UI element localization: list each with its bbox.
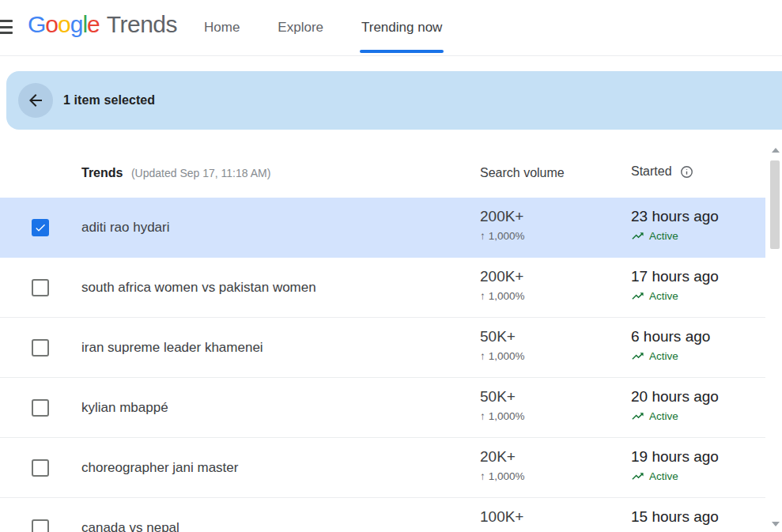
menu-icon[interactable]	[0, 20, 13, 38]
change-percent: 1,000%	[489, 230, 525, 242]
trend-status: Active	[631, 289, 719, 303]
google-trends-logo[interactable]: Google Trends	[28, 11, 177, 38]
table-row[interactable]: canada vs nepal 100K+ ↑ 15 hours ago	[0, 498, 765, 532]
back-arrow-icon	[26, 91, 45, 110]
row-checkbox[interactable]	[32, 219, 49, 236]
scroll-down-arrow-icon[interactable]	[772, 522, 780, 526]
updated-timestamp: (Updated Sep 17, 11:18 AM)	[131, 167, 270, 179]
trend-status: Active	[631, 229, 719, 243]
vertical-scrollbar[interactable]	[770, 145, 780, 532]
row-checkbox[interactable]	[32, 279, 49, 296]
search-volume-column-header[interactable]: Search volume	[480, 166, 565, 180]
started-cell: 20 hours ago Active	[631, 388, 719, 423]
search-volume-cell: 100K+ ↑	[480, 508, 523, 530]
arrow-up-icon: ↑	[480, 290, 485, 302]
search-volume-cell: 50K+ ↑ 1,000%	[480, 388, 525, 422]
search-volume-change: ↑ 1,000%	[480, 470, 525, 482]
arrow-up-icon: ↑	[480, 230, 485, 242]
search-volume-change: ↑ 1,000%	[480, 290, 525, 302]
search-volume-change: ↑ 1,000%	[480, 230, 525, 242]
active-tab-underline	[360, 50, 444, 53]
trend-name[interactable]: kylian mbappé	[81, 400, 168, 416]
started-column-header[interactable]: Started	[631, 164, 693, 179]
trend-name[interactable]: choreographer jani master	[81, 460, 238, 476]
search-volume-change: ↑ 1,000%	[480, 350, 525, 362]
search-volume-value: 100K+	[480, 508, 523, 526]
trend-name[interactable]: iran supreme leader khamenei	[81, 340, 263, 356]
status-label: Active	[649, 410, 678, 422]
row-checkbox[interactable]	[32, 459, 49, 477]
table-row[interactable]: iran supreme leader khamenei 50K+ ↑ 1,00…	[0, 318, 765, 378]
started-time: 19 hours ago	[631, 448, 719, 466]
info-icon[interactable]	[680, 165, 693, 179]
search-volume-value: 50K+	[480, 328, 525, 345]
status-label: Active	[649, 470, 678, 482]
status-label: Active	[649, 230, 678, 242]
table-row[interactable]: south africa women vs pakistan women 200…	[0, 258, 765, 318]
arrow-up-icon: ↑	[480, 350, 485, 362]
trend-status: Active	[631, 409, 719, 423]
started-time: 6 hours ago	[631, 328, 710, 345]
table-body: aditi rao hydari 200K+ ↑ 1,000% 23 hours…	[0, 198, 765, 532]
scroll-up-arrow-icon[interactable]	[772, 148, 780, 153]
started-time: 20 hours ago	[631, 388, 719, 406]
started-cell: 23 hours ago Active	[631, 208, 719, 243]
started-cell: 15 hours ago	[631, 508, 719, 530]
table-row[interactable]: kylian mbappé 50K+ ↑ 1,000% 20 hours ago…	[0, 378, 765, 438]
trends-column-label: Trends	[81, 166, 123, 179]
started-time: 17 hours ago	[631, 268, 719, 285]
google-logo: Google	[28, 11, 100, 38]
started-cell: 17 hours ago Active	[631, 268, 719, 303]
started-time: 15 hours ago	[631, 508, 719, 526]
row-checkbox[interactable]	[32, 339, 49, 357]
row-checkbox[interactable]	[32, 519, 49, 532]
arrow-up-icon: ↑	[480, 410, 485, 422]
search-volume-cell: 200K+ ↑ 1,000%	[480, 268, 525, 302]
top-navigation-bar: Google Trends HomeExploreTrending now	[0, 0, 782, 56]
trend-name[interactable]: canada vs nepal	[81, 520, 179, 532]
trending-up-icon	[631, 289, 644, 303]
started-cell: 19 hours ago Active	[631, 448, 719, 483]
trend-name[interactable]: south africa women vs pakistan women	[81, 280, 316, 296]
checkmark-icon	[34, 221, 47, 234]
search-volume-value: 200K+	[480, 268, 525, 285]
arrow-up-icon: ↑	[480, 470, 485, 482]
trend-status: Active	[631, 349, 710, 363]
search-volume-cell: 200K+ ↑ 1,000%	[480, 208, 525, 242]
change-percent: 1,000%	[489, 410, 525, 422]
search-volume-cell: 50K+ ↑ 1,000%	[480, 328, 525, 362]
status-label: Active	[649, 290, 678, 302]
selection-banner: 1 item selected	[6, 71, 782, 130]
scrollbar-thumb[interactable]	[770, 160, 780, 249]
trends-column-header: Trends (Updated Sep 17, 11:18 AM)	[81, 166, 270, 180]
trending-up-icon	[631, 229, 644, 243]
trend-status: Active	[631, 470, 719, 483]
back-button[interactable]	[18, 83, 53, 118]
started-cell: 6 hours ago Active	[631, 328, 710, 363]
nav-links: HomeExploreTrending now	[204, 0, 442, 55]
search-volume-change: ↑ 1,000%	[480, 410, 525, 422]
search-volume-value: 20K+	[480, 448, 525, 466]
table-header-row: Trends (Updated Sep 17, 11:18 AM) Search…	[0, 142, 765, 198]
trending-up-icon	[631, 409, 644, 423]
row-checkbox[interactable]	[32, 399, 49, 417]
trend-name[interactable]: aditi rao hydari	[81, 220, 170, 236]
table-row[interactable]: aditi rao hydari 200K+ ↑ 1,000% 23 hours…	[0, 198, 765, 258]
nav-tab-trending-now[interactable]: Trending now	[361, 0, 442, 55]
change-percent: 1,000%	[489, 350, 525, 362]
nav-tab-explore[interactable]: Explore	[278, 0, 323, 55]
logo-product-name: Trends	[107, 11, 177, 38]
search-volume-value: 50K+	[480, 388, 525, 406]
search-volume-cell: 20K+ ↑ 1,000%	[480, 448, 525, 482]
trending-up-icon	[631, 349, 644, 363]
started-column-label: Started	[631, 164, 672, 179]
change-percent: 1,000%	[489, 290, 525, 302]
search-volume-value: 200K+	[480, 208, 525, 225]
selection-count-label: 1 item selected	[63, 93, 155, 108]
change-percent: 1,000%	[489, 470, 525, 482]
nav-tab-home[interactable]: Home	[204, 0, 240, 55]
started-time: 23 hours ago	[631, 208, 719, 225]
table-row[interactable]: choreographer jani master 20K+ ↑ 1,000% …	[0, 438, 765, 498]
trending-up-icon	[631, 470, 644, 483]
trends-table: Trends (Updated Sep 17, 11:18 AM) Search…	[0, 142, 765, 532]
